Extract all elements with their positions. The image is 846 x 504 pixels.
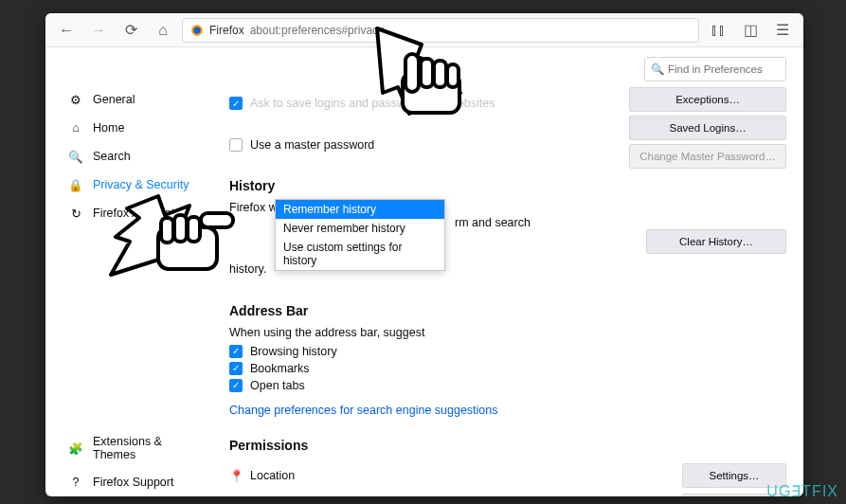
svg-rect-10: [188, 217, 200, 242]
suggest-browsing-history-row: ✓ Browsing history: [229, 345, 786, 358]
sidebar-bottom: 🧩 Extensions & Themes ? Firefox Support: [61, 428, 212, 496]
sidebar-item-support[interactable]: ? Firefox Support: [61, 468, 212, 496]
reload-icon: ⟳: [125, 21, 137, 39]
suggest-browsing-history-label: Browsing history: [250, 345, 337, 358]
permission-location-row: 📍 Location Settings…: [229, 460, 786, 491]
svg-point-1: [194, 27, 201, 33]
search-icon: 🔍: [68, 149, 83, 164]
back-icon: ←: [59, 22, 74, 39]
master-password-label: Use a master password: [250, 138, 374, 152]
suggest-bookmarks-row: ✓ Bookmarks: [229, 362, 786, 375]
menu-button[interactable]: ☰: [769, 17, 796, 44]
sidebar-item-label: General: [93, 93, 135, 106]
help-icon: ?: [68, 475, 83, 490]
library-icon: ⫿⫿: [711, 22, 726, 39]
master-password-checkbox[interactable]: [229, 138, 243, 152]
suggest-browsing-history-checkbox[interactable]: ✓: [229, 345, 243, 358]
history-heading: History: [229, 178, 786, 193]
history-mode-dropdown[interactable]: Remember history Never remember history …: [275, 199, 445, 271]
home-button[interactable]: ⌂: [150, 17, 176, 44]
lock-icon: 🔒: [68, 177, 83, 192]
search-placeholder: Find in Preferences: [668, 63, 763, 75]
suggest-bookmarks-checkbox[interactable]: ✓: [229, 362, 243, 375]
suggest-open-tabs-row: ✓ Open tabs: [229, 379, 786, 392]
sidebar-item-label: Search: [93, 150, 131, 163]
sync-icon: ↻: [68, 206, 83, 221]
reload-button[interactable]: ⟳: [117, 17, 144, 44]
puzzle-icon: 🧩: [68, 441, 83, 456]
library-button[interactable]: ⫿⫿: [705, 17, 731, 44]
home-icon: ⌂: [68, 120, 83, 135]
menu-icon: ☰: [776, 21, 789, 39]
svg-rect-8: [201, 213, 233, 227]
search-preferences-input[interactable]: 🔍 Find in Preferences: [644, 57, 786, 81]
watermark: UG∃TFIX: [766, 482, 838, 500]
permissions-heading: Permissions: [229, 438, 786, 453]
sidebar-item-extensions[interactable]: 🧩 Extensions & Themes: [61, 428, 212, 468]
change-master-password-button: Change Master Password…: [629, 144, 786, 169]
permission-location-label: Location: [250, 469, 295, 482]
forward-button[interactable]: →: [85, 17, 112, 44]
saved-logins-button[interactable]: Saved Logins…: [629, 116, 786, 140]
ask-save-logins-checkbox[interactable]: ✓: [229, 97, 243, 110]
addressbar-heading: Address Bar: [229, 303, 786, 318]
exceptions-button[interactable]: Exceptions…: [629, 87, 786, 112]
svg-rect-11: [161, 218, 173, 243]
preferences-main: 🔍 Find in Preferences Exceptions… Saved …: [205, 47, 803, 496]
search-icon: 🔍: [651, 63, 664, 76]
history-desc-suffix: rm and search: [455, 216, 531, 229]
sidebar-item-label: Home: [93, 121, 124, 135]
sidebar-item-general[interactable]: ⚙ General: [61, 85, 205, 114]
history-mode-row: Firefox wi Remember history Never rememb…: [229, 201, 786, 214]
svg-rect-6: [447, 64, 459, 87]
svg-rect-5: [434, 61, 446, 87]
addressbar-subtitle: When using the address bar, suggest: [229, 326, 786, 339]
pointer-hand-left: [106, 185, 239, 298]
back-button[interactable]: ←: [53, 17, 80, 44]
firefox-icon: [190, 24, 204, 37]
history-option-custom[interactable]: Use custom settings for history: [276, 238, 444, 270]
history-option-remember[interactable]: Remember history: [276, 200, 444, 219]
svg-rect-9: [174, 215, 187, 242]
gear-icon: ⚙: [68, 92, 83, 107]
svg-rect-3: [405, 54, 419, 92]
sidebar-item-label: Extensions & Themes: [93, 435, 205, 461]
search-suggestions-link[interactable]: Change preferences for search engine sug…: [229, 404, 498, 417]
clear-history-button[interactable]: Clear History…: [646, 229, 786, 254]
url-app-label: Firefox: [209, 24, 244, 37]
sidebar-icon: ◫: [744, 21, 758, 39]
history-option-never[interactable]: Never remember history: [276, 219, 444, 238]
suggest-open-tabs-checkbox[interactable]: ✓: [229, 379, 243, 392]
svg-rect-4: [421, 59, 433, 87]
sidebar-toggle-button[interactable]: ◫: [737, 17, 764, 44]
sidebar-item-label: Firefox Support: [93, 476, 173, 489]
url-text: about:preferences#privacy: [250, 24, 384, 37]
home-icon: ⌂: [158, 22, 168, 39]
sidebar-item-home[interactable]: ⌂ Home: [61, 114, 205, 142]
pointer-hand-top: [369, 21, 493, 135]
permission-camera-row: 📷 Camera Settings…: [229, 491, 786, 497]
suggest-bookmarks-label: Bookmarks: [250, 362, 310, 375]
sidebar-item-search[interactable]: 🔍 Search: [61, 142, 205, 171]
suggest-open-tabs-label: Open tabs: [250, 379, 305, 392]
location-icon: 📍: [229, 469, 243, 482]
forward-icon: →: [91, 22, 106, 39]
